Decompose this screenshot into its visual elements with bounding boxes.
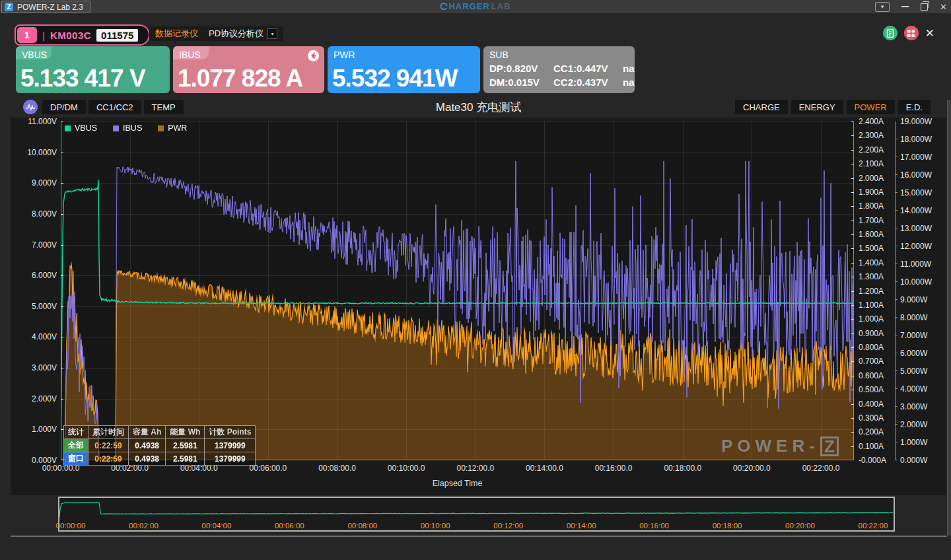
ibus-tick-label: 0.400A: [859, 400, 896, 409]
ibus-tick-label: 2.300A: [859, 131, 896, 140]
pwr-value: 5.532 941W: [332, 65, 458, 92]
sub-line-1: DP:0.820VCC1:0.447Vna: [489, 63, 635, 74]
sub-label: SUB: [489, 50, 509, 60]
pwr-tick-label: 0.000W: [900, 456, 941, 465]
stats-row: 全部0:22:590.49382.59811379999: [64, 439, 256, 452]
pwr-tick-label: 18.000W: [900, 135, 941, 144]
pwr-tick-label: 3.000W: [900, 402, 941, 411]
pd-analyzer-button[interactable]: PD协议分析仪 ▾: [203, 26, 283, 41]
minimap-tick-label: 00:10:00: [421, 522, 450, 530]
vbus-tick-label: 6.000V: [11, 271, 57, 280]
close-icon[interactable]: ✕: [940, 2, 947, 12]
right-scrollbar[interactable]: [947, 100, 951, 536]
data-recorder-button[interactable]: 数据记录仪: [149, 26, 204, 41]
toolbar-button-dp-dm[interactable]: DP/DM: [42, 100, 86, 114]
toolbar-button-energy[interactable]: ENERGY: [791, 100, 843, 114]
app-grid-icon[interactable]: [904, 26, 919, 40]
stats-table: 统计累计时间容量 Ah能量 Wh计数 Points全部0:22:590.4938…: [63, 425, 256, 466]
vbus-tick-label: 3.000V: [11, 363, 57, 372]
ibus-tick-label: 0.900A: [859, 329, 896, 338]
ibus-tick-label: 2.100A: [859, 159, 896, 168]
ibus-tick-label: 0.500A: [859, 385, 896, 394]
toolbar-button-temp[interactable]: TEMP: [144, 100, 184, 114]
legend-swatch: [158, 125, 164, 131]
ibus-tick-label: 0.100A: [859, 442, 896, 451]
main-plot[interactable]: [61, 122, 854, 460]
stats-cell-points: 1379999: [205, 452, 256, 466]
chevron-down-icon[interactable]: ▾: [267, 28, 277, 39]
stats-header: 能量 Wh: [166, 426, 205, 439]
ibus-tick-label: 2.000A: [859, 174, 896, 183]
device-tab-divider: |: [42, 30, 45, 41]
pwr-tick-label: 5.000W: [900, 367, 941, 376]
stats-header: 容量 Ah: [129, 426, 166, 439]
ibus-tick-label: 0.600A: [859, 371, 896, 380]
stats-cell-time: 0:22:59: [88, 439, 129, 452]
device-serial: 011575: [96, 29, 138, 42]
logo-text-lab: LAB: [491, 1, 511, 11]
pwr-tick-label: 15.000W: [900, 188, 941, 197]
ibus-tick-label: 1.600A: [859, 230, 896, 239]
ibus-tick-label: 0.200A: [859, 427, 896, 437]
legend-swatch: [113, 125, 119, 131]
log-file-icon[interactable]: [883, 26, 898, 40]
restore-icon[interactable]: [921, 3, 928, 11]
stats-row-label: 全部: [64, 439, 88, 452]
device-number-badge: 1: [17, 27, 37, 43]
legend-item-pwr[interactable]: PWR: [158, 123, 187, 133]
legend-item-vbus[interactable]: VBUS: [65, 123, 97, 133]
minimap-tick-label: 00:06:00: [275, 522, 304, 530]
minimap-plot[interactable]: [59, 498, 894, 519]
ibus-card[interactable]: IBUS 1.077 828 A: [173, 46, 324, 93]
ibus-tick-label: 0.800A: [859, 343, 896, 352]
ibus-tick-label: 2.400A: [859, 117, 896, 126]
powerz-logo-icon: Z: [5, 3, 13, 11]
bottom-divider: [11, 536, 947, 537]
chart-area: 11.000V10.000V9.000V8.000V7.000V6.000V5.…: [11, 118, 946, 495]
device-tab[interactable]: 1 | KM003C 011575: [15, 24, 150, 46]
minimap-tick-label: 00:14:00: [567, 522, 596, 530]
legend-label: IBUS: [123, 123, 142, 133]
x-tick-label: 00:10:00.0: [388, 464, 425, 473]
minimap-tick-label: 00:12:00: [493, 522, 523, 530]
sub-card[interactable]: SUB DP:0.820VCC1:0.447Vna DM:0.015VCC2:0…: [483, 46, 635, 93]
ibus-tick-label: 1.000A: [859, 314, 896, 324]
vbus-tick-label: 2.000V: [11, 394, 57, 403]
toolbar-right-buttons: CHARGEENERGYPOWERE.D.: [735, 100, 931, 114]
stats-header: 计数 Points: [205, 426, 256, 439]
toolbar-button-e-d-[interactable]: E.D.: [898, 100, 931, 114]
legend-item-ibus[interactable]: IBUS: [113, 123, 142, 133]
x-tick-label: 00:08:00.0: [318, 464, 356, 473]
toolbar-button-charge[interactable]: CHARGE: [735, 100, 788, 114]
vbus-tick-label: 7.000V: [11, 240, 57, 250]
stats-cell-ah: 0.4938: [129, 439, 166, 452]
watermark-z: Z: [820, 437, 839, 456]
pwr-tick-label: 2.000W: [900, 420, 941, 429]
waveform-icon[interactable]: [23, 100, 38, 114]
pwr-tick-label: 12.000W: [900, 242, 941, 251]
vbus-tick-label: 8.000V: [11, 209, 57, 219]
pwr-tick-label: 6.000W: [900, 349, 941, 358]
toolbar-button-cc1-cc2[interactable]: CC1/CC2: [88, 100, 141, 114]
window-title-tab[interactable]: Z POWER-Z Lab 2.3: [1, 1, 90, 13]
collapse-icon[interactable]: ▾: [875, 2, 890, 12]
pwr-tick-label: 4.000W: [900, 384, 941, 394]
minimize-icon[interactable]: [901, 6, 909, 7]
pwr-label: PWR: [334, 50, 355, 60]
pwr-tick-label: 13.000W: [900, 224, 941, 233]
dm-value: DM:0.015V: [489, 77, 553, 88]
vbus-card[interactable]: VBUS 5.133 417 V: [16, 46, 170, 93]
close-panel-icon[interactable]: ✕: [925, 26, 934, 40]
minimap-tick-label: 00:00:00: [56, 522, 86, 530]
x-tick-label: 00:20:00.0: [733, 464, 771, 473]
stats-row: 窗口0:22:590.49382.59811379999: [64, 452, 256, 466]
toolbar-button-power[interactable]: POWER: [847, 100, 895, 114]
timeline-minimap[interactable]: 00:00:0000:02:0000:04:0000:06:0000:08:00…: [58, 497, 895, 532]
minimap-tick-label: 00:04:00: [202, 522, 232, 530]
pwr-card[interactable]: PWR 5.532 941W: [328, 46, 480, 93]
chargerlab-logo: HARGER LAB: [440, 1, 511, 11]
ibus-tick-label: 1.700A: [859, 216, 896, 225]
ibus-tick-label: 1.300A: [859, 272, 896, 281]
ibus-tick-label: 1.800A: [859, 201, 896, 211]
pwr-tick-label: 17.000W: [900, 153, 941, 162]
